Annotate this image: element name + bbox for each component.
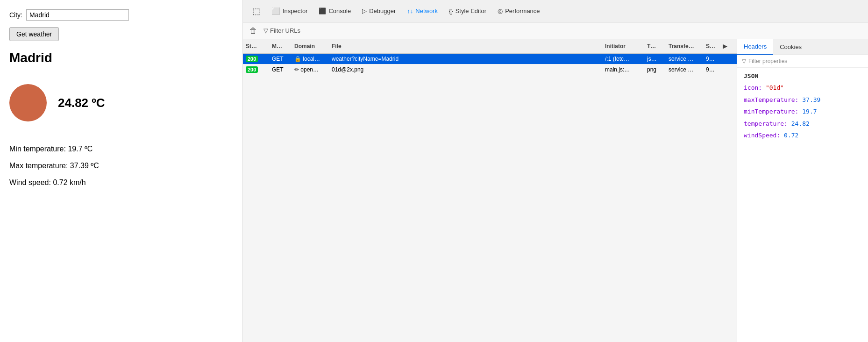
status-cell: 200 <box>243 54 269 64</box>
filter-urls-button[interactable]: ▽ Filter URLs <box>263 27 300 34</box>
json-key: maxTemperature: <box>744 96 802 103</box>
method-cell: GET <box>269 54 292 64</box>
json-entry-windspeed: windSpeed: 0.72 <box>744 131 861 140</box>
performance-button[interactable]: ◎ Performance <box>493 5 544 17</box>
get-weather-button[interactable]: Get weather <box>9 27 59 41</box>
play-cell <box>720 68 737 71</box>
filter-icon: ▽ <box>742 58 746 64</box>
clear-button[interactable]: 🗑 <box>247 26 260 36</box>
network-table: St… M… Domain File Initiator T… Transfe…… <box>243 39 737 342</box>
json-key: windSpeed: <box>744 132 784 139</box>
style-editor-icon: {} <box>449 7 453 14</box>
size-cell: 9… <box>703 64 720 75</box>
json-entry-maxtemp: maxTemperature: 37.39 <box>744 95 861 105</box>
header-domain: Domain <box>292 41 329 51</box>
city-label: City: <box>9 11 22 19</box>
style-editor-label: Style Editor <box>455 7 486 14</box>
play-cell <box>720 57 737 61</box>
json-key: temperature: <box>744 120 791 127</box>
lock-icon: 🔒 <box>294 56 301 62</box>
network-content: St… M… Domain File Initiator T… Transfe…… <box>243 39 868 342</box>
header-initiator: Initiator <box>602 41 644 51</box>
details-tabs: Headers Cookies <box>737 39 868 55</box>
status-cell: 200 <box>243 64 269 75</box>
json-label: JSON <box>744 72 861 79</box>
wind-speed: Wind speed: 0.72 km/h <box>9 178 233 187</box>
filter-icon: ▽ <box>263 27 268 34</box>
network-subtoolbar: 🗑 ▽ Filter URLs <box>243 22 868 39</box>
transfer-cell: service … <box>666 64 703 75</box>
inspector-icon: ⬜ <box>271 7 280 15</box>
json-key: icon: <box>744 84 766 91</box>
details-panel: Headers Cookies ▽ Filter properties JSON… <box>737 39 868 342</box>
city-name-display: Madrid <box>9 50 233 65</box>
file-cell: weather?cityName=Madrid <box>329 54 602 64</box>
debugger-label: Debugger <box>369 7 396 14</box>
table-body: 200 GET 🔒 local… weather?cityName=Madrid… <box>243 54 737 342</box>
trash-icon: 🗑 <box>249 27 257 35</box>
json-value: 37.39 <box>802 96 820 103</box>
table-row[interactable]: 200 GET 🔒 local… weather?cityName=Madrid… <box>243 54 737 64</box>
inspector-label: Inspector <box>283 7 307 14</box>
network-button[interactable]: ↑↓ Network <box>402 5 442 17</box>
json-value: "01d" <box>766 84 784 91</box>
filter-urls-label: Filter URLs <box>270 27 300 34</box>
header-size: S… <box>703 41 720 51</box>
transfer-cell: service … <box>666 54 703 64</box>
style-editor-button[interactable]: {} Style Editor <box>444 5 491 17</box>
console-button[interactable]: ⬛ Console <box>314 5 356 17</box>
table-row[interactable]: 200 GET ✏ open… 01d@2x.png main.js:… png… <box>243 64 737 75</box>
inspector-button[interactable]: ⬜ Inspector <box>267 4 312 18</box>
headers-tab[interactable]: Headers <box>737 39 773 55</box>
weather-main: 24.82 ºC <box>9 84 233 121</box>
network-icon: ↑↓ <box>407 7 413 14</box>
domain-cell: 🔒 local… <box>292 54 329 64</box>
initiator-cell: main.js:… <box>602 64 644 75</box>
method-cell: GET <box>269 64 292 75</box>
type-cell: js… <box>644 54 666 64</box>
devtools-toolbar: ⬚ ⬜ Inspector ⬛ Console ▷ Debugger ↑↓ Ne… <box>243 0 868 22</box>
type-cell: png <box>644 64 666 75</box>
pointer-tool-button[interactable]: ⬚ <box>248 3 265 19</box>
console-icon: ⬛ <box>319 7 326 14</box>
network-label: Network <box>415 7 438 14</box>
max-temp: Max temperature: 37.39 ºC <box>9 162 233 170</box>
min-temp: Min temperature: 19.7 ºC <box>9 145 233 153</box>
cookies-tab[interactable]: Cookies <box>773 39 808 55</box>
console-label: Console <box>328 7 351 14</box>
edit-icon: ✏ <box>294 66 299 73</box>
json-section: JSON icon: "01d" maxTemperature: 37.39 m… <box>737 68 868 148</box>
filter-properties-label: Filter properties <box>748 58 787 64</box>
header-play: ▶ <box>720 41 737 51</box>
city-input[interactable] <box>26 9 129 21</box>
json-entry-temp: temperature: 24.82 <box>744 119 861 128</box>
temperature-display: 24.82 ºC <box>58 96 105 110</box>
status-badge: 200 <box>246 66 258 73</box>
file-cell: 01d@2x.png <box>329 64 602 75</box>
debugger-button[interactable]: ▷ Debugger <box>357 5 400 17</box>
debugger-icon: ▷ <box>362 7 367 14</box>
table-header: St… M… Domain File Initiator T… Transfe…… <box>243 39 737 54</box>
pointer-icon: ⬚ <box>252 6 260 16</box>
weather-icon <box>9 84 47 121</box>
json-value: 24.82 <box>791 120 810 127</box>
domain-cell: ✏ open… <box>292 64 329 75</box>
filter-properties-bar: ▽ Filter properties <box>737 55 868 68</box>
header-status: St… <box>243 41 269 51</box>
header-type: T… <box>644 41 666 51</box>
json-value: 19.7 <box>802 108 817 115</box>
devtools-panel: ⬚ ⬜ Inspector ⬛ Console ▷ Debugger ↑↓ Ne… <box>243 0 868 342</box>
json-key: minTemperature: <box>744 108 802 115</box>
initiator-cell: /:1 (fetc… <box>602 54 644 64</box>
header-transfer: Transfe… <box>666 41 703 51</box>
header-method: M… <box>269 41 292 51</box>
city-row: City: <box>9 9 233 21</box>
status-badge: 200 <box>246 56 258 62</box>
size-cell: 9… <box>703 54 720 64</box>
json-entry-icon: icon: "01d" <box>744 83 861 93</box>
performance-label: Performance <box>505 7 540 14</box>
json-entry-mintemp: minTemperature: 19.7 <box>744 107 861 116</box>
json-value: 0.72 <box>784 132 798 139</box>
weather-details: Min temperature: 19.7 ºC Max temperature… <box>9 145 233 187</box>
performance-icon: ◎ <box>498 7 503 14</box>
